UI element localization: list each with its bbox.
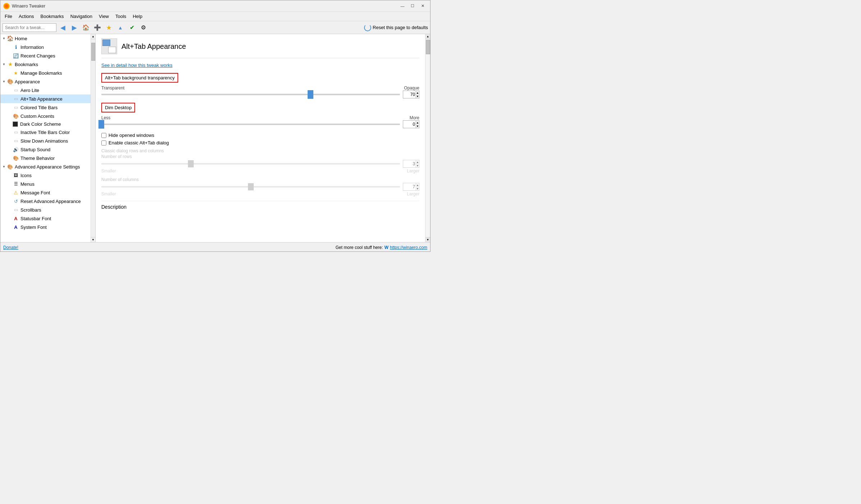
columns-slider-track[interactable] bbox=[101, 186, 400, 188]
sidebar-item-colored-title-bars[interactable]: ▭ Colored Title Bars bbox=[0, 103, 91, 112]
sidebar-item-icons[interactable]: 🖼 Icons bbox=[0, 171, 91, 180]
rows-down[interactable]: ▼ bbox=[416, 164, 419, 167]
status-bar: Donate! Get more cool stuff here: W http… bbox=[0, 242, 430, 252]
sidebar-scroll-track bbox=[91, 39, 95, 237]
minimize-button[interactable]: — bbox=[398, 3, 407, 9]
add-bookmark-button[interactable]: ➕ bbox=[92, 23, 102, 33]
sidebar-item-custom-accents[interactable]: 🎨 Custom Accents bbox=[0, 112, 91, 120]
columns-section: Number of columns 7 ▲ ▼ bbox=[101, 177, 419, 196]
columns-down[interactable]: ▼ bbox=[416, 187, 419, 190]
sidebar-item-manage-bookmarks[interactable]: ★ Manage Bookmarks bbox=[0, 69, 91, 77]
sidebar-item-bookmarks[interactable]: ▼ ★ Bookmarks bbox=[0, 60, 91, 69]
content-scroll-track bbox=[425, 39, 430, 237]
columns-spinner[interactable]: 7 ▲ ▼ bbox=[403, 183, 419, 191]
sidebar-item-theme-behavior[interactable]: 🎨 Theme Behavior bbox=[0, 154, 91, 162]
sidebar-item-recent-changes[interactable]: 🔄 Recent Changes bbox=[0, 51, 91, 60]
content-scroll-down[interactable]: ▼ bbox=[425, 237, 430, 242]
reset-page-button[interactable]: Reset this page to defaults bbox=[364, 24, 428, 31]
slider1-labels: Transparent Opaque bbox=[101, 85, 419, 91]
expand-home: ▼ bbox=[2, 36, 6, 41]
sidebar-item-statusbar-font[interactable]: A Statusbar Font bbox=[0, 214, 91, 223]
section-dim-desktop: Dim Desktop Less More 0 ▲ ▼ bbox=[101, 103, 419, 128]
sidebar-item-alttab[interactable]: ▭ Alt+Tab Appearance bbox=[0, 94, 91, 103]
slider2-thumb[interactable] bbox=[98, 120, 104, 129]
menu-actions[interactable]: Actions bbox=[16, 13, 37, 20]
sidebar-item-message-font[interactable]: ⚠ Message Font bbox=[0, 188, 91, 197]
sidebar-item-reset-advanced[interactable]: ↺ Reset Advanced Appearance bbox=[0, 197, 91, 205]
spacer bbox=[8, 173, 12, 177]
spinner1-up[interactable]: ▲ bbox=[416, 91, 419, 94]
section2-label: Dim Desktop bbox=[105, 105, 132, 110]
sidebar-item-menus[interactable]: ☰ Menus bbox=[0, 180, 91, 188]
slider1-container: 70 ▲ ▼ bbox=[101, 91, 419, 98]
content-scroll-up[interactable]: ▲ bbox=[425, 34, 430, 39]
content-scroll-thumb[interactable] bbox=[426, 40, 430, 54]
sidebar-item-home[interactable]: ▼ 🏠 Home bbox=[0, 34, 91, 43]
columns-slider-thumb[interactable] bbox=[248, 183, 254, 190]
sidebar-item-advanced[interactable]: ▼ 🎨 Advanced Appearance Settings bbox=[0, 162, 91, 171]
hide-opened-checkbox[interactable] bbox=[101, 133, 106, 138]
spacer bbox=[8, 130, 12, 134]
classic-dialog-section: Classic dialog rows and columns Number o… bbox=[101, 148, 419, 196]
statusbar-font-icon: A bbox=[13, 215, 19, 222]
slider1-thumb[interactable] bbox=[308, 90, 313, 99]
recent-changes-icon: 🔄 bbox=[13, 52, 19, 59]
menu-bookmarks[interactable]: Bookmarks bbox=[38, 13, 67, 20]
columns-up[interactable]: ▲ bbox=[416, 183, 419, 187]
columns-label: Number of columns bbox=[101, 177, 419, 182]
slider1-min-label: Transparent bbox=[101, 85, 124, 91]
manage-bookmarks-icon: ★ bbox=[13, 70, 19, 76]
sidebar-item-system-font[interactable]: A System Font bbox=[0, 223, 91, 231]
home-button[interactable]: 🏠 bbox=[81, 23, 91, 33]
settings-button[interactable]: ⚙ bbox=[138, 23, 148, 33]
rows-slider-track[interactable] bbox=[101, 163, 400, 165]
back-button[interactable]: ◀ bbox=[58, 23, 68, 33]
spacer bbox=[8, 122, 12, 126]
menu-file[interactable]: File bbox=[2, 13, 15, 20]
main-layout: ▲ ▼ ▼ 🏠 Home ℹ Information 🔄 bbox=[0, 34, 430, 242]
sidebar-item-dark-color-scheme[interactable]: Dark Color Scheme bbox=[0, 120, 91, 128]
columns-slider-container: 7 ▲ ▼ bbox=[101, 183, 419, 191]
bookmark-button[interactable]: ★ bbox=[104, 23, 114, 33]
rows-slider-thumb[interactable] bbox=[188, 160, 194, 167]
spinner2-up[interactable]: ▲ bbox=[416, 121, 419, 124]
sidebar-label-theme-behavior: Theme Behavior bbox=[20, 156, 55, 161]
menu-tools[interactable]: Tools bbox=[112, 13, 129, 20]
sidebar-item-scrollbars[interactable]: ▭ Scrollbars bbox=[0, 205, 91, 214]
forward-button[interactable]: ▶ bbox=[69, 23, 79, 33]
spinner1[interactable]: 70 ▲ ▼ bbox=[403, 91, 419, 98]
sidebar-item-appearance[interactable]: ▼ 🎨 Appearance bbox=[0, 77, 91, 86]
sidebar-scroll-thumb[interactable] bbox=[91, 43, 95, 61]
search-input[interactable] bbox=[3, 23, 56, 32]
spinner1-down[interactable]: ▼ bbox=[416, 94, 419, 98]
sidebar-item-information[interactable]: ℹ Information bbox=[0, 43, 91, 51]
spinner2[interactable]: 0 ▲ ▼ bbox=[403, 120, 419, 128]
menu-navigation[interactable]: Navigation bbox=[68, 13, 95, 20]
rows-spinner[interactable]: 3 ▲ ▼ bbox=[403, 160, 419, 168]
sidebar-label-appearance: Appearance bbox=[15, 79, 40, 84]
section-transparency: Alt+Tab background transparency Transpar… bbox=[101, 73, 419, 98]
donate-link[interactable]: Donate! bbox=[3, 245, 18, 250]
close-button[interactable]: ✕ bbox=[418, 3, 427, 9]
sidebar-item-inactive-title-bars[interactable]: ▭ Inactive Title Bars Color bbox=[0, 128, 91, 137]
spinner2-down[interactable]: ▼ bbox=[416, 124, 419, 128]
sidebar-item-aero-lite[interactable]: ▭ Aero Lite bbox=[0, 86, 91, 94]
menu-view[interactable]: View bbox=[96, 13, 112, 20]
sidebar-item-startup-sound[interactable]: 🔊 Startup Sound bbox=[0, 145, 91, 154]
classic-dialog-checkbox[interactable] bbox=[101, 140, 106, 145]
rows-up[interactable]: ▲ bbox=[416, 160, 419, 164]
sidebar-scroll-up[interactable]: ▲ bbox=[91, 34, 95, 39]
slider2-track[interactable] bbox=[101, 124, 400, 125]
check-button[interactable]: ✔ bbox=[127, 23, 137, 33]
tweak-detail-link[interactable]: See in detail how this tweak works bbox=[101, 63, 419, 68]
maximize-button[interactable]: ☐ bbox=[408, 3, 417, 9]
upload-button[interactable]: ▲ bbox=[115, 23, 125, 33]
winaero-link[interactable]: https://winaero.com bbox=[390, 245, 427, 250]
app-logo bbox=[3, 3, 10, 9]
sidebar-scroll-down[interactable]: ▼ bbox=[91, 237, 95, 242]
sidebar-item-slow-down[interactable]: ▭ Slow Down Animations bbox=[0, 137, 91, 145]
sidebar-scrollbar: ▲ ▼ bbox=[91, 34, 95, 242]
status-right: Get more cool stuff here: W https://wina… bbox=[336, 245, 427, 250]
slider1-track[interactable] bbox=[101, 94, 400, 95]
menu-help[interactable]: Help bbox=[130, 13, 145, 20]
